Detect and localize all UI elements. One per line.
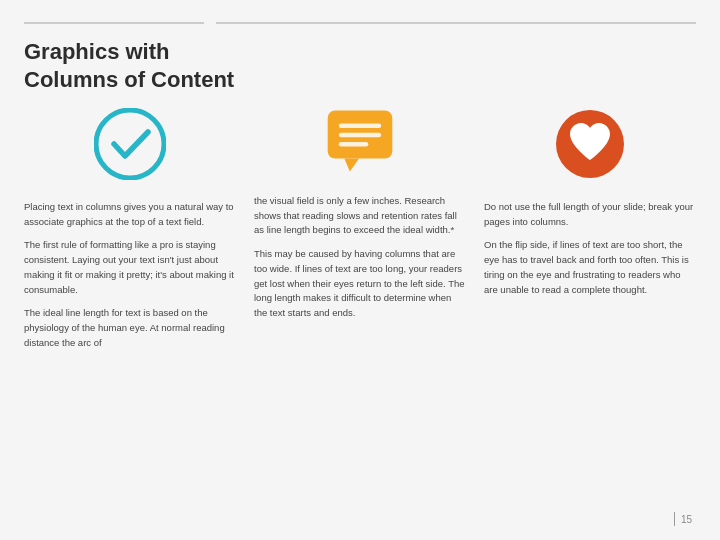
top-line-short [24,22,204,24]
col-1-para-2: The first rule of formatting like a pro … [24,238,236,297]
footer-divider [674,512,675,526]
column-2: the visual field is only a few inches. R… [254,108,466,350]
icon-area-3 [484,108,696,180]
icon-area-2 [254,108,466,174]
top-line-long [216,22,696,24]
col-1-para-3: The ideal line length for text is based … [24,306,236,350]
col-2-text: the visual field is only a few inches. R… [254,194,466,321]
top-lines [24,22,696,24]
icon-area-1 [24,108,236,180]
title-block: Graphics with Columns of Content [24,38,234,93]
col-2-para-1: the visual field is only a few inches. R… [254,194,466,238]
svg-rect-4 [339,142,369,147]
chat-icon [324,108,396,174]
svg-rect-3 [339,133,381,138]
heart-icon [554,108,626,180]
title-line1: Graphics with [24,39,169,64]
title-line2: Columns of Content [24,67,234,92]
col-3-para-1: Do not use the full length of your slide… [484,200,696,229]
svg-marker-5 [344,159,359,172]
slide: Graphics with Columns of Content Placing… [0,0,720,540]
svg-point-0 [96,110,164,178]
columns-container: Placing text in columns gives you a natu… [24,108,696,350]
column-1: Placing text in columns gives you a natu… [24,108,236,350]
col-2-para-2: This may be caused by having columns tha… [254,247,466,321]
col-3-text: Do not use the full length of your slide… [484,200,696,297]
column-3: Do not use the full length of your slide… [484,108,696,350]
page-number: 15 [681,514,692,525]
footer: 15 [674,512,692,526]
check-icon [94,108,166,180]
page-title: Graphics with Columns of Content [24,38,234,93]
col-3-para-2: On the flip side, if lines of text are t… [484,238,696,297]
col-1-para-1: Placing text in columns gives you a natu… [24,200,236,229]
svg-rect-2 [339,123,381,128]
col-1-text: Placing text in columns gives you a natu… [24,200,236,350]
